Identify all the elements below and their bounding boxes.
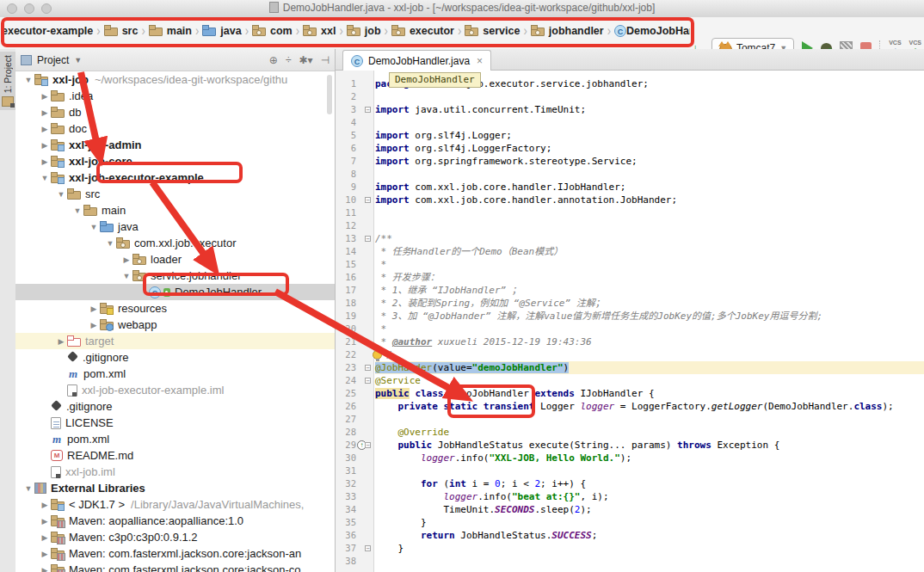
- tree-item-src[interactable]: ▼src: [15, 186, 335, 202]
- project-view-chevron-icon[interactable]: ▼: [74, 56, 82, 65]
- tree-collapsed-arrow-icon[interactable]: ▶: [55, 337, 67, 346]
- fold-marker-icon[interactable]: −: [365, 365, 371, 371]
- fold-marker-icon[interactable]: −: [365, 442, 371, 448]
- code-line-26[interactable]: 26 private static transient Logger logge…: [336, 400, 924, 413]
- tree-item-demojobhandler[interactable]: CDemoJobHandler: [15, 284, 335, 300]
- breadcrumb-item-xxl[interactable]: xxl: [303, 25, 336, 37]
- breadcrumb-item-executor-example[interactable]: executor-example: [2, 25, 93, 37]
- breadcrumb-item-service[interactable]: service: [465, 25, 520, 37]
- tree-expanded-arrow-icon[interactable]: ▼: [104, 239, 116, 248]
- tree-collapsed-arrow-icon[interactable]: ▶: [39, 501, 51, 509]
- code-line-3[interactable]: 3−import java.util.concurrent.TimeUnit;: [336, 103, 924, 116]
- code-line-16[interactable]: 16 * 开发步骤：: [336, 271, 924, 284]
- code-line-18[interactable]: 18 * 2、装配到Spring，例如加 “@Service” 注解；: [336, 297, 924, 310]
- tree-item-license[interactable]: LICENSE: [15, 415, 335, 431]
- tree-item-gitignore[interactable]: .gitignore: [15, 398, 335, 415]
- code-line-9[interactable]: 9import com.xxl.job.core.handler.IJobHan…: [336, 181, 924, 194]
- code-line-17[interactable]: 17 * 1、继承 “IJobHandler” ；: [336, 284, 924, 297]
- tree-collapsed-arrow-icon[interactable]: ▶: [120, 255, 132, 264]
- tree-expanded-arrow-icon[interactable]: ▼: [55, 190, 67, 199]
- code-line-7[interactable]: 7import org.springframework.stereotype.S…: [336, 155, 924, 168]
- breadcrumb-item-java[interactable]: java: [202, 25, 241, 37]
- code-line-13[interactable]: 13−/**: [336, 232, 924, 245]
- tree-expanded-arrow-icon[interactable]: ▼: [39, 174, 51, 182]
- collapse-all-button[interactable]: ÷: [286, 54, 292, 66]
- tree-expanded-arrow-icon[interactable]: ▼: [22, 76, 34, 84]
- tree-item-xxl-job-admin[interactable]: ▶xxl-job-admin: [15, 137, 335, 153]
- breadcrumb-item-jobhandler[interactable]: jobhandler: [531, 25, 604, 37]
- tree-item-jdk1-7[interactable]: ▶< JDK1.7 >/Library/Java/JavaVirtualMach…: [15, 496, 335, 513]
- tree-item-gitignore[interactable]: .gitignore: [15, 349, 335, 366]
- code-line-29[interactable]: 29↑− public JobHandleStatus execute(Stri…: [336, 439, 924, 452]
- tree-collapsed-arrow-icon[interactable]: ▶: [39, 108, 51, 117]
- code-line-38[interactable]: 38: [336, 555, 924, 568]
- tree-item-db[interactable]: ▶db: [15, 104, 335, 120]
- tree-item-xxl-job-core[interactable]: ▶xxl-job-core: [15, 153, 335, 169]
- tree-collapsed-arrow-icon[interactable]: ▶: [39, 550, 51, 558]
- code-line-20[interactable]: 20 *: [336, 323, 924, 335]
- panel-settings-button[interactable]: ✱▾: [299, 54, 312, 66]
- tree-expanded-arrow-icon[interactable]: ▼: [22, 484, 34, 493]
- tree-item-com-xxl-job-executor[interactable]: ▼com.xxl.job.executor: [15, 235, 335, 251]
- project-tool-window-tab[interactable]: 1: Project: [0, 52, 15, 110]
- tree-item-pom-xml[interactable]: mpom.xml: [15, 366, 335, 382]
- code-line-4[interactable]: 4: [336, 116, 924, 129]
- code-line-34[interactable]: 34 TimeUnit.SECONDS.sleep(2);: [336, 503, 924, 516]
- tree-expanded-arrow-icon[interactable]: ▼: [71, 206, 83, 215]
- hide-panel-button[interactable]: ⊣: [321, 54, 330, 66]
- tree-collapsed-arrow-icon[interactable]: ▶: [39, 92, 51, 101]
- editor-tab-demojobhandler[interactable]: C DemoJobHandler.java ×: [342, 50, 491, 71]
- tree-collapsed-arrow-icon[interactable]: ▶: [88, 304, 100, 313]
- tree-item-xxl-job-executor-example-iml[interactable]: xxl-job-executor-example.iml: [15, 382, 335, 398]
- breadcrumb-item-job[interactable]: job: [347, 25, 381, 37]
- code-line-12[interactable]: 12: [336, 219, 924, 232]
- code-line-2[interactable]: 2: [336, 90, 924, 103]
- code-line-8[interactable]: 8: [336, 168, 924, 181]
- code-line-15[interactable]: 15 *: [336, 258, 924, 271]
- tree-item-maven-c3p0-c3p0-0-9-1-2[interactable]: ▶Maven: c3p0:c3p0:0.9.1.2: [15, 529, 335, 545]
- code-line-25[interactable]: 25public class DemoJobHandler extends IJ…: [336, 387, 924, 400]
- tree-item-main[interactable]: ▼main: [15, 202, 335, 218]
- fold-end-marker-icon[interactable]: −: [365, 378, 371, 384]
- code-line-32[interactable]: 32 for (int i = 0; i < 2; i++) {: [336, 477, 924, 490]
- locate-file-button[interactable]: ⊕: [269, 54, 278, 66]
- tree-item-doc[interactable]: ▶doc: [15, 120, 335, 137]
- breadcrumb-item-main[interactable]: main: [149, 25, 192, 37]
- breadcrumb-item-com[interactable]: com: [252, 25, 293, 37]
- tree-item-resources[interactable]: ▶resources: [15, 300, 335, 317]
- tree-item-java[interactable]: ▼java: [15, 218, 335, 235]
- tree-item-readme-md[interactable]: MREADME.md: [15, 447, 335, 464]
- code-area[interactable]: 1package com.xxl.job.executor.service.jo…: [336, 71, 924, 572]
- fold-marker-icon[interactable]: −: [365, 107, 371, 113]
- tree-item-external-libraries[interactable]: ▼External Libraries: [15, 480, 335, 496]
- fold-end-marker-icon[interactable]: −: [365, 545, 371, 551]
- tree-collapsed-arrow-icon[interactable]: ▶: [39, 157, 51, 166]
- fold-end-marker-icon[interactable]: −: [365, 197, 371, 203]
- tree-item-maven-aopalliance-aopalliance-1-0[interactable]: ▶Maven: aopalliance:aopalliance:1.0: [15, 513, 335, 529]
- tree-item-maven-com-fasterxml-jackson-core-jackson-co[interactable]: ▶Maven: com.fasterxml.jackson.core:jacks…: [15, 562, 335, 572]
- code-line-35[interactable]: 35 }: [336, 516, 924, 529]
- tree-item-maven-com-fasterxml-jackson-core-jackson-an[interactable]: ▶Maven: com.fasterxml.jackson.core:jacks…: [15, 545, 335, 562]
- tree-collapsed-arrow-icon[interactable]: ▶: [39, 566, 51, 572]
- tree-item-xxl-job-iml[interactable]: xxl-job.iml: [15, 464, 335, 480]
- tree-collapsed-arrow-icon[interactable]: ▶: [39, 533, 51, 542]
- tree-collapsed-arrow-icon[interactable]: ▶: [39, 517, 51, 526]
- code-line-21[interactable]: 21 * @author xuxueli 2015-12-19 19:43:36: [336, 335, 924, 348]
- code-line-11[interactable]: 11: [336, 206, 924, 219]
- breadcrumb-item-src[interactable]: src: [104, 25, 139, 37]
- code-line-14[interactable]: 14 * 任务Handler的一个Demo（Bean模式）: [336, 245, 924, 258]
- code-line-36[interactable]: 36 return JobHandleStatus.SUCCESS;: [336, 529, 924, 542]
- code-line-27[interactable]: 27: [336, 413, 924, 426]
- code-line-28[interactable]: 28 @Override: [336, 426, 924, 439]
- close-tab-icon[interactable]: ×: [477, 55, 483, 67]
- tree-collapsed-arrow-icon[interactable]: ▶: [88, 321, 100, 329]
- code-line-22[interactable]: 22 */: [336, 348, 924, 361]
- tree-collapsed-arrow-icon[interactable]: ▶: [39, 141, 51, 150]
- code-line-33[interactable]: 33 logger.info("beat at:{}", i);: [336, 490, 924, 503]
- tree-item-service-jobhandler[interactable]: ▼service.jobhandler: [15, 268, 335, 284]
- code-line-19[interactable]: 19 * 3、加 “@JobHander” 注解，注解value值为新增任务生成…: [336, 310, 924, 323]
- breadcrumb-item-demojobhandler[interactable]: CDemoJobHandler: [614, 25, 690, 37]
- tree-collapsed-arrow-icon[interactable]: ▶: [39, 125, 51, 133]
- tree-item-pom-xml[interactable]: mpom.xml: [15, 431, 335, 447]
- tree-item-xxl-job[interactable]: ▼xxl-job~/workspaces/idea-git-workspace/…: [15, 71, 335, 88]
